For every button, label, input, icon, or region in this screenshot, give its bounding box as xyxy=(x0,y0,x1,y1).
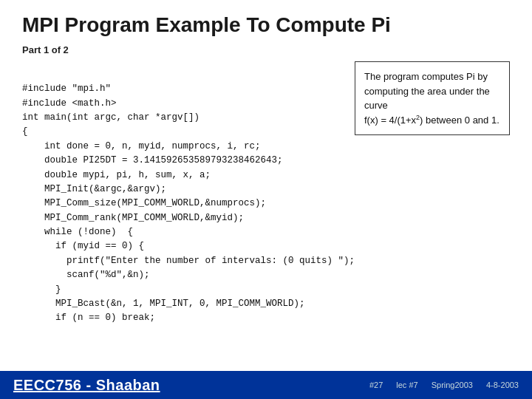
info-box: The program computes Pi by computing the… xyxy=(355,61,510,135)
footer-bar: EECC756 - Shaaban #27 lec #7 Spring2003 … xyxy=(0,371,532,399)
part-label: Part 1 of 2 xyxy=(22,44,510,55)
footer-date: 4-8-2003 xyxy=(486,381,519,389)
footer-slide-num: #27 xyxy=(369,381,383,389)
info-text: The program computes Pi by computing the… xyxy=(364,71,499,126)
footer-semester: Spring2003 xyxy=(432,381,473,389)
footer-title: EECC756 - Shaaban xyxy=(13,377,160,394)
slide-container: MPI Program Example To Compute Pi Part 1… xyxy=(0,0,532,399)
footer-meta: #27 lec #7 Spring2003 4-8-2003 xyxy=(369,381,519,389)
footer-lec: lec #7 xyxy=(396,381,417,389)
slide-title: MPI Program Example To Compute Pi xyxy=(22,13,510,37)
